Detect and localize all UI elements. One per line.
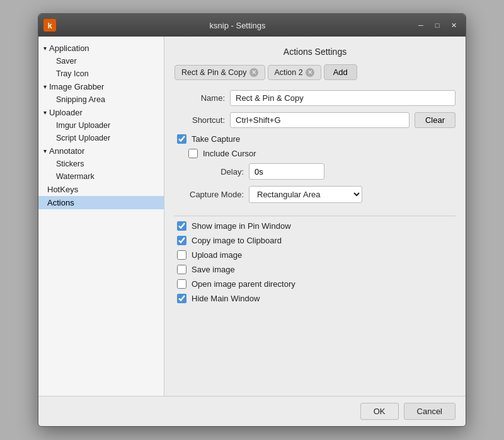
- copy-clipboard-label: Copy image to Clipboard: [192, 236, 282, 245]
- arrow-icon: ▾: [43, 83, 47, 90]
- sidebar-item-saver[interactable]: Saver: [38, 55, 164, 67]
- delay-row: Delay: ▲ ▼: [175, 163, 455, 180]
- tab-rect-pin-copy[interactable]: Rect & Pin & Copy ✕: [175, 65, 265, 80]
- include-cursor-label: Include Cursor: [203, 149, 256, 158]
- sidebar: ▾ Application Saver Tray Icon ▾ Image Gr…: [38, 37, 164, 396]
- copy-clipboard-row: Copy image to Clipboard: [175, 236, 455, 245]
- capture-mode-label: Capture Mode:: [175, 190, 244, 199]
- name-row: Name:: [175, 90, 455, 106]
- capture-mode-select[interactable]: Rectangular Area Full Screen Window Cust…: [249, 186, 362, 203]
- show-pin-window-label: Show image in Pin Window: [192, 221, 291, 231]
- sidebar-item-actions[interactable]: Actions: [38, 196, 164, 209]
- content-area: ▾ Application Saver Tray Icon ▾ Image Gr…: [38, 37, 466, 396]
- sidebar-item-snipping-area[interactable]: Snipping Area: [38, 93, 164, 106]
- cancel-button[interactable]: Cancel: [404, 403, 455, 420]
- upload-image-row: Upload image: [175, 250, 455, 260]
- hide-main-window-label: Hide Main Window: [192, 294, 260, 303]
- maximize-button[interactable]: □: [430, 18, 444, 32]
- app-logo: k: [43, 19, 56, 32]
- titlebar: k ksnip - Settings ─ □ ✕: [38, 14, 466, 37]
- delay-input[interactable]: [249, 165, 324, 179]
- add-tab-button[interactable]: Add: [324, 64, 357, 80]
- tabs-row: Rect & Pin & Copy ✕ Action 2 ✕ Add: [175, 64, 455, 80]
- open-parent-dir-label: Open image parent directory: [192, 279, 295, 289]
- open-parent-dir-checkbox[interactable]: [177, 279, 186, 289]
- save-image-label: Save image: [192, 265, 235, 274]
- settings-window: k ksnip - Settings ─ □ ✕ ▾ Application S…: [38, 13, 466, 427]
- sidebar-item-tray-icon[interactable]: Tray Icon: [38, 67, 164, 80]
- minimize-button[interactable]: ─: [414, 18, 428, 32]
- show-pin-window-checkbox[interactable]: [177, 221, 186, 231]
- shortcut-label: Shortcut:: [175, 115, 225, 125]
- sidebar-item-application[interactable]: ▾ Application: [38, 42, 164, 55]
- sidebar-item-stickers[interactable]: Stickers: [38, 158, 164, 170]
- main-panel: Actions Settings Rect & Pin & Copy ✕ Act…: [164, 37, 466, 396]
- sidebar-item-watermark[interactable]: Watermark: [38, 170, 164, 183]
- tab-action2[interactable]: Action 2 ✕: [268, 65, 321, 80]
- sidebar-item-image-grabber[interactable]: ▾ Image Grabber: [38, 80, 164, 93]
- arrow-icon: ▾: [43, 45, 47, 52]
- shortcut-input[interactable]: [230, 112, 410, 128]
- panel-title: Actions Settings: [175, 47, 455, 57]
- sidebar-item-script-uploader[interactable]: Script Uploader: [38, 132, 164, 144]
- clear-button[interactable]: Clear: [415, 112, 455, 128]
- take-capture-row: Take Capture: [175, 134, 455, 144]
- window-controls: ─ □ ✕: [414, 18, 461, 32]
- include-cursor-row: Include Cursor: [175, 149, 455, 158]
- upload-image-label: Upload image: [192, 250, 242, 260]
- ok-button[interactable]: OK: [360, 403, 399, 420]
- copy-clipboard-checkbox[interactable]: [177, 236, 186, 245]
- show-pin-window-row: Show image in Pin Window: [175, 221, 455, 231]
- name-label: Name:: [175, 93, 225, 103]
- arrow-icon: ▾: [43, 148, 47, 154]
- capture-mode-row: Capture Mode: Rectangular Area Full Scre…: [175, 186, 455, 203]
- tab-close-rect-pin-copy[interactable]: ✕: [249, 68, 258, 77]
- name-input[interactable]: [230, 90, 455, 106]
- tab-close-action2[interactable]: ✕: [306, 68, 314, 77]
- arrow-icon: ▾: [43, 109, 47, 116]
- divider: [175, 216, 455, 216]
- save-image-checkbox[interactable]: [177, 265, 186, 274]
- sidebar-item-hotkeys[interactable]: HotKeys: [38, 183, 164, 196]
- close-button[interactable]: ✕: [447, 18, 461, 32]
- include-cursor-checkbox[interactable]: [188, 149, 198, 158]
- hide-main-window-row: Hide Main Window: [175, 294, 455, 303]
- window-title: ksnip - Settings: [61, 21, 414, 30]
- hide-main-window-checkbox[interactable]: [177, 294, 186, 303]
- sidebar-item-annotator[interactable]: ▾ Annotator: [38, 144, 164, 158]
- open-parent-dir-row: Open image parent directory: [175, 279, 455, 289]
- take-capture-checkbox[interactable]: [177, 134, 186, 144]
- footer: OK Cancel: [38, 396, 466, 426]
- sidebar-item-imgur-uploader[interactable]: Imgur Uploader: [38, 119, 164, 132]
- upload-image-checkbox[interactable]: [177, 250, 186, 260]
- save-image-row: Save image: [175, 265, 455, 274]
- delay-spinbox: ▲ ▼: [249, 163, 324, 180]
- take-capture-label: Take Capture: [192, 134, 240, 144]
- shortcut-row: Shortcut: Clear: [175, 112, 455, 128]
- delay-label: Delay:: [175, 167, 244, 177]
- sidebar-item-uploader[interactable]: ▾ Uploader: [38, 106, 164, 119]
